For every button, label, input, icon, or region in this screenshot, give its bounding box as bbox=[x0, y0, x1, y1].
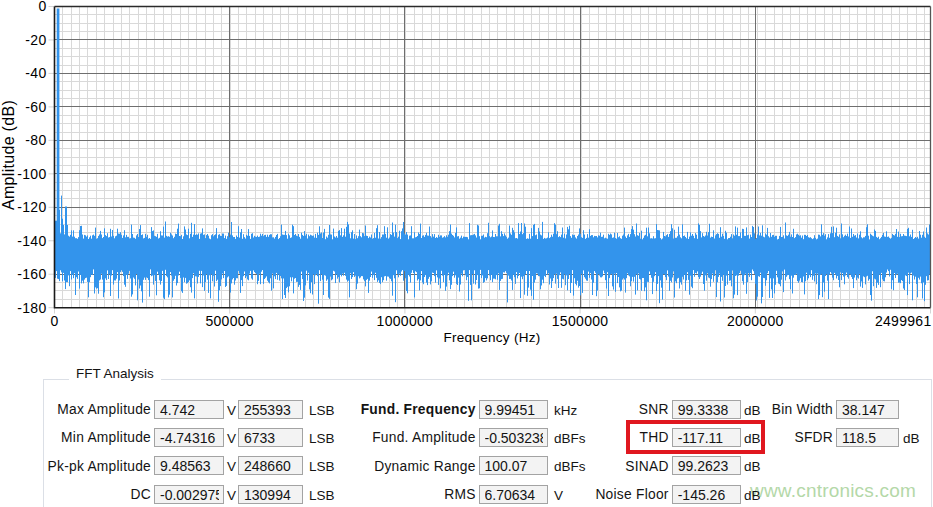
svg-text:500000: 500000 bbox=[205, 313, 254, 329]
svg-text:1500000: 1500000 bbox=[552, 313, 609, 329]
svg-text:-40: -40 bbox=[25, 65, 46, 81]
svg-text:-160: -160 bbox=[17, 266, 46, 282]
svg-text:Frequency (Hz): Frequency (Hz) bbox=[443, 330, 540, 345]
svg-text:-120: -120 bbox=[17, 199, 46, 215]
svg-text:0: 0 bbox=[50, 313, 58, 329]
svg-text:-140: -140 bbox=[17, 233, 46, 249]
svg-text:2000000: 2000000 bbox=[727, 313, 784, 329]
svg-text:1000000: 1000000 bbox=[377, 313, 434, 329]
svg-text:2499961: 2499961 bbox=[875, 313, 932, 329]
svg-text:Amplitude (dB): Amplitude (dB) bbox=[0, 100, 17, 210]
svg-text:-180: -180 bbox=[17, 300, 46, 316]
svg-text:-80: -80 bbox=[25, 132, 46, 148]
svg-text:-100: -100 bbox=[17, 166, 46, 182]
svg-text:0: 0 bbox=[38, 0, 46, 14]
svg-text:-20: -20 bbox=[25, 32, 46, 48]
svg-text:-60: -60 bbox=[25, 99, 46, 115]
